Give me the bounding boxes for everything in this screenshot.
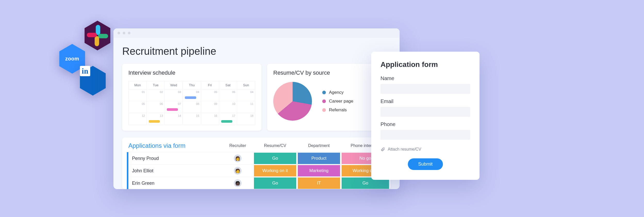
avatar[interactable]: 👩 [234,154,242,162]
legend-label: Agency [329,90,344,95]
calendar-cell[interactable]: 10 [219,101,237,113]
calendar-cell[interactable]: 17 [219,113,237,125]
calendar-cell[interactable]: 04 [183,89,201,101]
calendar-cell[interactable]: 07 [165,101,183,113]
calendar-cell[interactable]: 04 [237,89,255,101]
applications-card: Applications via form Recruiter Resume/C… [122,137,391,189]
attach-label: Attach resume/CV [388,147,421,152]
calendar-day-header: Sun [237,81,255,89]
calendar-date: 04 [196,90,199,94]
pie-legend: AgencyCareer pageReferrals [322,90,353,113]
calendar-cell[interactable]: 16 [201,113,219,125]
calendar-day-header: Fri [201,81,219,89]
calendar-date: 05 [214,90,217,94]
calendar-date: 15 [196,114,199,117]
card-title: Resume/CV by source [273,69,385,76]
table-row[interactable]: John Elliot🧑Working on itMarketingWorkin… [127,164,390,177]
calendar-cell[interactable]: 05 [129,101,147,113]
applicant-name: Penny Proud [132,156,159,161]
calendar-day-header: Sat [219,81,237,89]
email-input[interactable] [381,107,470,117]
calendar-date: 05 [142,102,145,105]
calendar-date: 07 [178,102,181,105]
applicant-name-cell[interactable]: John Elliot [127,165,222,177]
calendar-cell[interactable]: 18 [237,113,255,125]
browser-window: Recruitment pipeline Interview schedule … [113,28,400,189]
calendar-cell[interactable]: 11 [237,101,255,113]
calendar-date: 06 [160,102,163,105]
table-row[interactable]: Erin Green🧑🏿GoITGo [127,177,390,189]
legend-dot-icon [322,91,326,94]
applicant-name-cell[interactable]: Penny Proud [127,152,222,165]
attach-resume-button[interactable]: Attach resume/CV [381,147,470,152]
department-pill[interactable]: Marketing [298,165,340,176]
calendar-event-bar[interactable] [221,120,232,123]
department-pill[interactable]: Product [298,153,340,164]
legend-item: Referrals [322,107,353,113]
label-phone: Phone [381,121,470,127]
avatar[interactable]: 🧑 [234,167,242,175]
calendar-date: 09 [214,102,217,105]
page-title: Recruitment pipeline [122,45,391,57]
paperclip-icon [381,147,385,152]
svg-rect-4 [87,33,97,37]
calendar-date: 08 [196,102,199,105]
calendar-cell[interactable]: 15 [183,113,201,125]
interview-schedule-card: Interview schedule MonTueWedThuFriSatSun… [122,64,261,131]
resume-status-pill[interactable]: Go [254,153,296,164]
calendar-cell[interactable]: 12 [129,113,147,125]
calendar-cell[interactable]: 14 [165,113,183,125]
avatar[interactable]: 🧑🏿 [234,179,242,187]
calendar-cell[interactable]: 06 [219,89,237,101]
calendar-cell[interactable]: 13 [147,113,165,125]
calendar-cell[interactable]: 01 [129,89,147,101]
row-accent-bar [127,165,128,177]
calendar-cell[interactable]: 08 [183,101,201,113]
label-name: Name [381,75,470,81]
phone-input[interactable] [381,130,470,140]
department-pill[interactable]: IT [298,177,340,189]
column-header-resume: Resume/CV [253,143,297,148]
legend-item: Agency [322,90,353,95]
calendar-event-bar[interactable] [167,108,178,111]
calendar-cell[interactable]: 09 [201,101,219,113]
calendar-cell[interactable]: 02 [147,89,165,101]
resume-status-pill[interactable]: Go [254,177,296,189]
label-email: Email [381,98,470,104]
calendar-date: 03 [178,90,181,94]
window-dot [118,32,120,34]
calendar-day-header: Tue [147,81,165,89]
calendar-date: 17 [232,114,235,117]
name-input[interactable] [381,84,470,94]
calendar-grid[interactable]: MonTueWedThuFriSatSun0102030405060405060… [128,81,255,125]
calendar-cell[interactable]: 05 [201,89,219,101]
calendar-cell[interactable]: 03 [165,89,183,101]
calendar-event-bar[interactable] [185,96,196,99]
calendar-event-bar[interactable] [149,120,160,123]
calendar-date: 18 [250,114,253,117]
applicant-name-cell[interactable]: Erin Green [127,177,222,189]
application-form-panel: Application form Name Email Phone Attach… [371,52,480,180]
calendar-date: 01 [142,90,145,94]
calendar-date: 13 [160,114,163,117]
resume-status-pill[interactable]: Working on it [254,165,296,176]
calendar-date: 16 [214,114,217,117]
calendar-date: 06 [232,90,235,94]
calendar-cell[interactable]: 06 [147,101,165,113]
calendar-date: 04 [250,90,253,94]
row-accent-bar [127,152,128,165]
legend-dot-icon [322,108,326,112]
slack-glyph-icon [85,21,110,50]
slack-icon [85,21,110,50]
table-row[interactable]: Penny Proud👩GoProductNo go [127,152,390,164]
calendar-date: 10 [232,102,235,105]
calendar-date: 12 [142,114,145,117]
submit-button[interactable]: Submit [408,158,443,170]
calendar-day-header: Thu [183,81,201,89]
svg-rect-1 [96,25,100,35]
calendar-day-header: Wed [165,81,183,89]
applicant-name: Erin Green [132,181,154,186]
column-header-recruiter: Recruiter [222,143,253,148]
column-header-department: Department [297,143,341,148]
window-dot [128,32,130,34]
